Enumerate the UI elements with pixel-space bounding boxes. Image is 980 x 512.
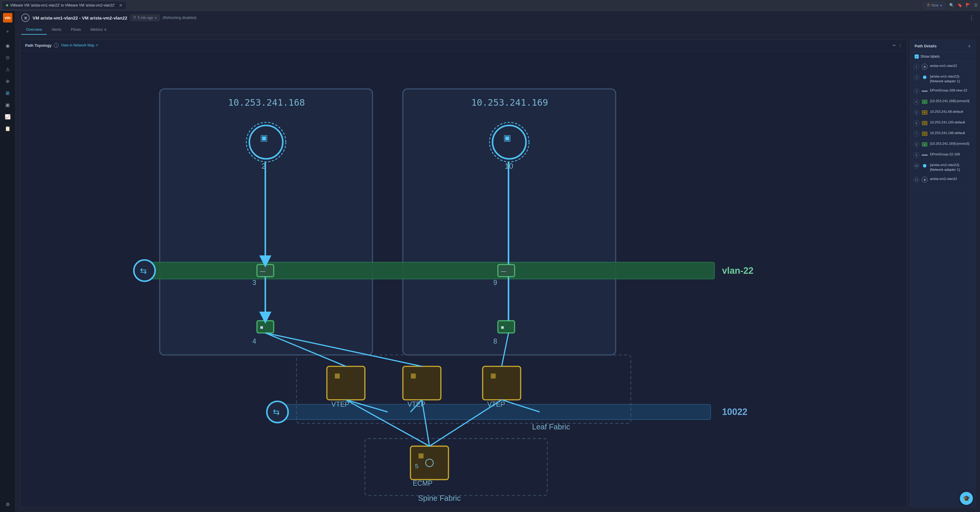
sidebar: vm ≡ ◉ ⊙ ⚠ ⊕ ⊞ ▣ 📈 📋 ⚙	[0, 11, 15, 512]
tab-alerts[interactable]: Alerts	[47, 25, 66, 35]
path-item[interactable]: 3 DPortGroup-168-new-22	[910, 86, 975, 97]
svg-rect-28	[498, 321, 515, 333]
svg-text:▦: ▦	[418, 452, 424, 459]
info-icon[interactable]: i	[54, 43, 59, 48]
flag-icon[interactable]: 🚩	[966, 3, 970, 7]
path-item[interactable]: 7 ⇆ 10.253.241.196-default	[910, 129, 975, 139]
panel-more-icon[interactable]: ⋮	[898, 43, 902, 48]
path-item-label: arista-vm1-vlan22	[930, 63, 957, 68]
svg-text:■: ■	[501, 324, 504, 330]
network-map-link[interactable]: View in Network Map ↗	[61, 43, 98, 47]
app-layout: vm ≡ ◉ ⊙ ⚠ ⊕ ⊞ ▣ 📈 📋 ⚙ ▣ VM arista-vm1-v…	[0, 11, 980, 512]
topology-svg: 10.253.241.168 10.253.241.169 ▣ 2 ▣	[21, 51, 907, 507]
svg-text:Spine Fabric: Spine Fabric	[418, 494, 461, 502]
svg-text:3: 3	[252, 279, 256, 286]
svg-text:▣: ▣	[503, 133, 511, 142]
svg-rect-39	[483, 366, 520, 400]
main-content: ▣ VM arista-vm1-vlan22 - VM arista-vm2-v…	[15, 11, 980, 512]
vmnic-icon: ■	[922, 99, 928, 105]
panel-actions: ✏ ⋮	[893, 43, 902, 48]
switch-icon: ⇆	[922, 131, 928, 137]
sidebar-item-virtual[interactable]: ▣	[2, 99, 13, 110]
sidebar-item-settings[interactable]: ⚙	[2, 499, 13, 510]
path-item-label: [arista-vm1-vlan22]-[Network adapter 1]	[930, 74, 972, 83]
path-item[interactable]: 6 ⇆ 10.253.241.193-default	[910, 118, 975, 129]
svg-text:10.253.241.168: 10.253.241.168	[228, 97, 305, 108]
sidebar-item-dashboard[interactable]: ◉	[2, 40, 13, 51]
nav-tabs: Overview Alerts Flows Metrics ∨	[21, 25, 974, 35]
sidebar-item-alerts[interactable]: ⊙	[2, 52, 13, 63]
path-item-label: [arista-vm2-vlan22]-[Network adapter 1]	[930, 162, 972, 172]
tab-metrics[interactable]: Metrics ∨	[86, 25, 111, 35]
browser-tab[interactable]: VMware VM 'arista-vm1-vlan22' to VMware …	[2, 2, 126, 9]
svg-text:⇆: ⇆	[140, 266, 147, 275]
show-labels-label: Show labels	[921, 54, 940, 59]
path-item[interactable]: 8 ■ [10.253.241.169]-[vmnic5]	[910, 139, 975, 150]
path-item-number: 3	[913, 88, 920, 94]
svg-text:▦: ▦	[410, 372, 416, 379]
sidebar-item-warnings[interactable]: ⚠	[2, 64, 13, 75]
path-item-label: 10.253.241.196-default	[930, 130, 965, 135]
path-item[interactable]: 1 ▣ arista-vm1-vlan22	[910, 61, 975, 72]
content-area: Path Topology i View in Network Map ↗ ✏ …	[15, 35, 980, 512]
vmnic-icon: ■	[922, 142, 928, 147]
svg-text:▦: ▦	[334, 372, 340, 379]
now-button[interactable]: ⏱ Now ∨	[923, 2, 946, 9]
sidebar-expand-button[interactable]: ≡	[2, 26, 13, 37]
path-item[interactable]: 11 ▣ arista-vm2-vlan22	[910, 174, 975, 185]
tab-status-dot	[6, 4, 8, 6]
path-details-title: Path Details	[915, 44, 937, 48]
svg-text:9: 9	[493, 279, 497, 286]
sidebar-item-topology[interactable]: ⊞	[2, 87, 13, 98]
svg-rect-36	[403, 366, 441, 400]
time-ago-label: 5 min ago	[138, 16, 153, 20]
svg-rect-13	[145, 262, 714, 279]
svg-text:—: —	[260, 268, 266, 274]
browser-actions: ⏱ Now ∨ 🔍 🔖 🚩 ☰	[923, 2, 978, 9]
path-item-label: [10.253.241.168]-[vmnic0]	[930, 99, 969, 103]
svg-text:ECMP: ECMP	[413, 479, 433, 487]
header-title-row: ▣ VM arista-vm1-vlan22 - VM arista-vm2-v…	[21, 14, 974, 22]
tab-close-button[interactable]: ✕	[119, 3, 123, 8]
collapse-button[interactable]: ∧	[968, 43, 971, 48]
svg-text:▦: ▦	[490, 372, 496, 379]
path-item-label: DPortGroup-168-new-22	[930, 88, 967, 93]
path-item-number: 2	[913, 74, 920, 80]
bookmark-icon[interactable]: 🔖	[958, 3, 962, 7]
page-title: VM arista-vm1-vlan22 - VM arista-vm2-vla…	[33, 15, 127, 21]
path-item-label: arista-vm2-vlan22	[930, 176, 957, 181]
menu-icon[interactable]: ☰	[974, 3, 978, 7]
app-logo: vm	[3, 13, 13, 22]
path-item-number: 6	[913, 120, 920, 126]
sidebar-item-reports[interactable]: 📋	[2, 123, 13, 134]
edit-icon[interactable]: ✏	[893, 43, 896, 48]
show-labels-checkbox[interactable]: ✓	[915, 54, 919, 59]
time-badge[interactable]: ⏱ 5 min ago ∨	[130, 14, 160, 21]
topology-panel: Path Topology i View in Network Map ↗ ✏ …	[20, 40, 907, 507]
sidebar-item-analytics[interactable]: 📈	[2, 111, 13, 122]
tab-label: VMware VM 'arista-vm1-vlan22' to VMware …	[10, 3, 115, 7]
svg-rect-25	[257, 321, 274, 333]
search-icon[interactable]: 🔍	[949, 3, 954, 7]
path-item[interactable]: 2 [arista-vm1-vlan22]-[Network adapter 1…	[910, 72, 975, 86]
help-button[interactable]: 🎓	[960, 492, 973, 505]
path-item[interactable]: 9 DPortGroup-22-169	[910, 150, 975, 161]
svg-text:5: 5	[415, 463, 418, 469]
port-group-icon	[922, 152, 928, 158]
svg-text:⇆: ⇆	[273, 407, 280, 417]
svg-text:10022: 10022	[722, 407, 748, 417]
path-item[interactable]: 10 [arista-vm2-vlan22]-[Network adapter …	[910, 161, 975, 174]
header-more-button[interactable]: ⋮	[969, 14, 974, 21]
sidebar-item-network[interactable]: ⊕	[2, 76, 13, 86]
svg-text:8: 8	[493, 337, 497, 345]
switch-icon: ⇆	[922, 120, 928, 126]
path-item[interactable]: 5 ⇆ 10.253.241.68-default	[910, 107, 975, 118]
tab-overview[interactable]: Overview	[21, 25, 47, 35]
time-chevron: ∨	[154, 16, 157, 20]
path-item-number: 1	[913, 64, 920, 70]
path-item-number: 8	[913, 142, 920, 147]
tab-flows[interactable]: Flows	[66, 25, 86, 35]
path-item-number: 7	[913, 131, 920, 137]
path-item[interactable]: 4 ■ [10.253.241.168]-[vmnic0]	[910, 97, 975, 107]
show-labels-row: ✓ Show labels	[910, 52, 975, 61]
